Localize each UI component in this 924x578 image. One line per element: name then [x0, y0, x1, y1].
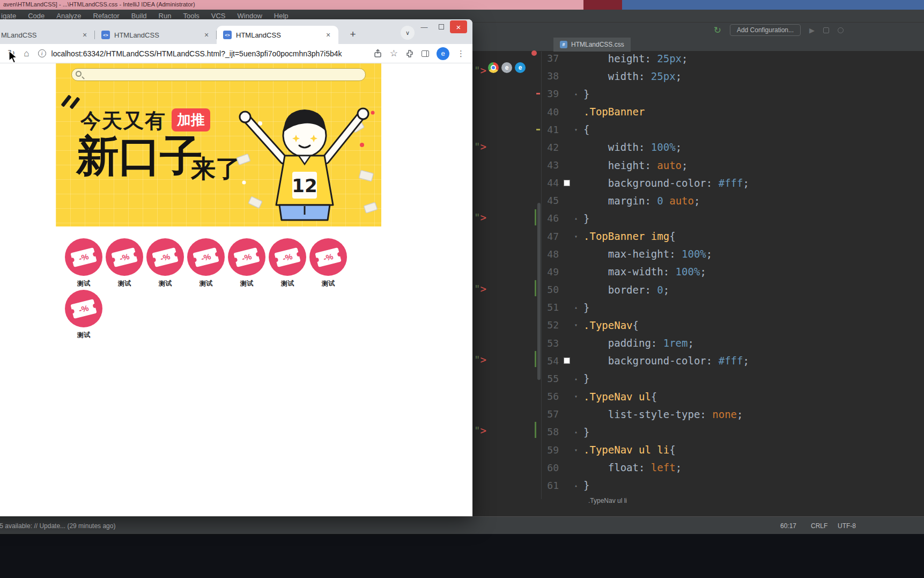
fold-marker-icon[interactable]: ▾	[570, 233, 582, 239]
code-line-55[interactable]: 55▴}	[536, 370, 749, 387]
edge-icon[interactable]: e	[515, 62, 526, 73]
code-line-53[interactable]: 53 padding: 1rem;	[536, 334, 749, 352]
menu-item-vcs[interactable]: VCS	[211, 12, 226, 20]
code-line-47[interactable]: 47▾.TopBanner img{	[536, 228, 749, 245]
code-line-58[interactable]: 58▴}	[536, 423, 749, 441]
category-item[interactable]: -%测试	[267, 238, 308, 287]
category-item[interactable]: -%测试	[104, 238, 145, 287]
line-ending-indicator[interactable]: CRLF	[811, 522, 827, 530]
profiler-icon[interactable]	[838, 27, 844, 33]
code-line-44[interactable]: 44 background-color: #fff;	[536, 174, 749, 192]
new-tab-button[interactable]: +	[346, 27, 360, 41]
code-line-46[interactable]: 46▴}	[536, 209, 749, 227]
code-line-50[interactable]: 50 border: 0;	[536, 281, 749, 298]
code-line-57[interactable]: 57 list-style-type: none;	[536, 405, 749, 423]
tab-close-icon[interactable]: ×	[80, 30, 90, 40]
code-line-52[interactable]: 52▾.TypeNav{	[536, 316, 749, 334]
browser-tab[interactable]: <>HTMLandCSS×	[217, 26, 338, 44]
menu-item-tools[interactable]: Tools	[183, 12, 199, 20]
discount-badge-icon: -%	[309, 238, 347, 276]
code-line-41[interactable]: 41▾{	[536, 121, 749, 138]
category-item[interactable]: -%测试	[63, 290, 104, 338]
encoding-indicator[interactable]: UTF-8	[838, 522, 856, 530]
search-input[interactable]	[71, 68, 366, 81]
fold-marker-icon[interactable]: ▴	[570, 429, 582, 435]
code-line-48[interactable]: 48 max-height: 100%;	[536, 245, 749, 263]
run-icon[interactable]: ▶	[809, 26, 815, 34]
url-text[interactable]: localhost:63342/HTMLandCSS/HTMLandCSS.ht…	[51, 49, 367, 58]
discount-badge-icon: -%	[106, 238, 143, 276]
tab-close-icon[interactable]: ×	[323, 30, 333, 40]
profile-avatar[interactable]: e	[437, 47, 449, 60]
fold-marker-icon[interactable]: ▾	[570, 322, 582, 328]
fold-marker-icon[interactable]: ▾	[570, 393, 582, 399]
code-line-61[interactable]: 61▴}	[536, 477, 749, 494]
tab-search-button[interactable]: ∨	[401, 26, 415, 40]
minimize-button[interactable]: —	[416, 20, 433, 33]
menu-item-igate[interactable]: igate	[1, 12, 16, 20]
side-panel-icon[interactable]	[422, 50, 429, 57]
coupon-ticket-icon: -%	[70, 299, 97, 319]
menu-item-window[interactable]: Window	[238, 12, 262, 20]
line-number: 44	[541, 177, 559, 188]
close-button[interactable]: ×	[450, 20, 467, 33]
code-line-43[interactable]: 43 height: auto;	[536, 156, 749, 174]
code-line-56[interactable]: 56▾.TypeNav ul{	[536, 387, 749, 405]
fold-marker-icon[interactable]: ▴	[570, 215, 582, 221]
code-line-49[interactable]: 49 max-width: 100%;	[536, 263, 749, 281]
site-info-icon[interactable]: i	[38, 49, 46, 57]
category-item[interactable]: -%测试	[145, 238, 186, 287]
tabs-container: MLandCSS×<>HTMLandCSS×<>HTMLandCSS×	[0, 26, 338, 44]
extensions-puzzle-icon[interactable]	[405, 49, 414, 58]
code-line-45[interactable]: 45 margin: 0 auto;	[536, 192, 749, 209]
home-icon[interactable]: ⌂	[24, 49, 29, 58]
menu-item-code[interactable]: Code	[28, 12, 45, 20]
code-editor[interactable]: 37 height: 25px;38 width: 25px;39▴}40.To…	[536, 49, 749, 494]
category-item[interactable]: -%测试	[63, 238, 104, 287]
fold-marker-icon[interactable]: ▾	[570, 127, 582, 133]
menu-item-help[interactable]: Help	[274, 12, 289, 20]
menu-item-refactor[interactable]: Refactor	[93, 12, 120, 20]
chrome-icon[interactable]	[488, 62, 499, 73]
sync-icon[interactable]: ↻	[714, 26, 721, 35]
fold-marker-icon[interactable]: ▾	[570, 447, 582, 453]
code-line-51[interactable]: 51▴}	[536, 298, 749, 316]
code-line-39[interactable]: 39▴}	[536, 85, 749, 103]
code-text: .TopBanner	[583, 106, 645, 118]
menu-item-build[interactable]: Build	[131, 12, 147, 20]
code-line-59[interactable]: 59▾.TypeNav ul li{	[536, 441, 749, 458]
fold-marker-icon[interactable]: ▴	[570, 376, 582, 382]
hidden-pane-code-fragment: ">	[474, 211, 486, 223]
status-update-message[interactable]: .5 available: // Update... (29 minutes a…	[0, 522, 115, 530]
code-text: border: 0;	[583, 284, 669, 296]
browser-tab[interactable]: <>HTMLandCSS×	[95, 26, 217, 44]
fold-marker-icon[interactable]: ▴	[570, 482, 582, 488]
fold-marker-icon[interactable]: ▴	[570, 91, 582, 97]
code-line-54[interactable]: 54 background-color: #fff;	[536, 352, 749, 370]
bookmark-star-icon[interactable]: ☆	[390, 48, 398, 59]
category-item[interactable]: -%测试	[308, 238, 349, 287]
category-item[interactable]: -%测试	[186, 238, 226, 287]
code-line-40[interactable]: 40.TopBanner	[536, 103, 749, 120]
maximize-button[interactable]	[433, 20, 450, 33]
category-item[interactable]: -%测试	[226, 238, 267, 287]
browser-menu-icon[interactable]: ⋮	[457, 49, 465, 58]
ie-icon[interactable]: e	[501, 62, 512, 73]
tab-close-icon[interactable]: ×	[202, 30, 211, 40]
stop-icon[interactable]	[823, 27, 829, 33]
browser-tab[interactable]: MLandCSS×	[0, 26, 95, 44]
add-configuration-button[interactable]: Add Configuration...	[730, 24, 801, 36]
caret-position[interactable]: 60:17	[780, 522, 796, 530]
code-line-42[interactable]: 42 width: 100%;	[536, 138, 749, 156]
menu-item-run[interactable]: Run	[159, 12, 172, 20]
menu-item-analyze[interactable]: Analyze	[56, 12, 81, 20]
share-icon[interactable]	[373, 49, 382, 58]
code-line-60[interactable]: 60 float: left;	[536, 459, 749, 477]
browser-window: MLandCSS×<>HTMLandCSS×<>HTMLandCSS× + ∨ …	[0, 19, 472, 516]
code-line-37[interactable]: 37 height: 25px;	[536, 49, 749, 67]
code-line-38[interactable]: 38 width: 25px;	[536, 67, 749, 85]
fold-marker-icon[interactable]: ▴	[570, 304, 582, 310]
code-text: max-width: 100%;	[583, 266, 706, 277]
top-banner: 今天又有 加推 新口子 来了	[56, 63, 381, 226]
breadcrumb[interactable]: .TypeNav ul li	[588, 497, 627, 504]
